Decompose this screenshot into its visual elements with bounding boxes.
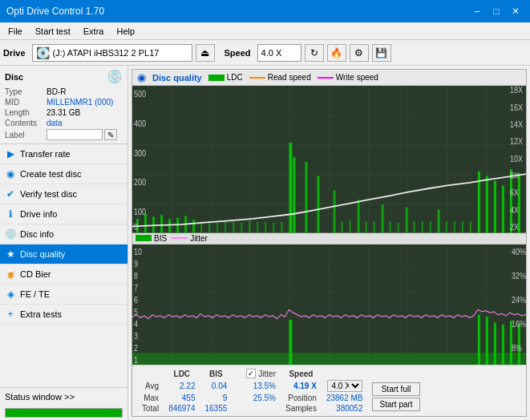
- legend-write: Write speed: [318, 73, 378, 82]
- svg-rect-51: [366, 221, 367, 232]
- svg-text:12X: 12X: [510, 137, 523, 147]
- ldc-color: [208, 75, 225, 81]
- maximize-button[interactable]: □: [488, 3, 504, 19]
- svg-text:8%: 8%: [512, 343, 522, 353]
- svg-rect-54: [398, 223, 399, 233]
- svg-text:4X: 4X: [510, 205, 519, 215]
- menu-bar: File Start test Extra Help: [0, 22, 530, 40]
- disc-contents-label: Contents: [5, 119, 47, 127]
- sidebar-item-label-disc-quality: Disc quality: [20, 249, 65, 259]
- sidebar-item-create-test-disc[interactable]: ◉ Create test disc: [0, 164, 127, 184]
- sidebar-progress-bar: [5, 408, 123, 418]
- drive-name: (J:) ATAPI iHBS312 2 PL17: [53, 48, 160, 58]
- eject-button[interactable]: ⏏: [196, 44, 215, 62]
- svg-text:16%: 16%: [512, 318, 526, 328]
- disc-length-label: Length: [5, 108, 47, 117]
- menu-file[interactable]: File: [3, 25, 27, 38]
- menu-extra[interactable]: Extra: [79, 25, 109, 38]
- bottom-chart: 10 9 8 7 6 5 4 3 2 1 40% 32% 24%: [132, 244, 526, 365]
- speed-value: 4.0 X: [261, 48, 282, 58]
- avg-jitter: 13.5%: [241, 379, 281, 393]
- refresh-button[interactable]: ↻: [305, 44, 324, 62]
- svg-text:100: 100: [134, 207, 146, 216]
- svg-rect-26: [317, 176, 319, 233]
- svg-rect-47: [273, 223, 274, 233]
- legend-jitter-label: Jitter: [190, 234, 208, 243]
- speed-select[interactable]: 4.0 X: [257, 44, 301, 62]
- start-full-button[interactable]: Start full: [372, 382, 419, 396]
- svg-rect-40: [216, 223, 218, 233]
- svg-rect-25: [305, 162, 307, 233]
- menu-start-test[interactable]: Start test: [30, 25, 75, 38]
- svg-text:2: 2: [134, 343, 138, 353]
- svg-rect-106: [486, 317, 488, 365]
- samples-label: Samples: [281, 403, 322, 414]
- cd-bier-icon: 🍺: [5, 269, 16, 280]
- svg-rect-20: [176, 218, 179, 233]
- sidebar-item-fe-te[interactable]: ◈ FE / TE: [0, 285, 127, 305]
- disc-panel-title: Disc: [5, 72, 23, 82]
- close-button[interactable]: ✕: [508, 3, 524, 19]
- settings-button[interactable]: ⚙: [350, 44, 369, 62]
- app-title: Opti Drive Control 1.70: [6, 6, 104, 17]
- start-buttons: Start full Start part: [372, 382, 419, 411]
- svg-rect-19: [168, 219, 171, 233]
- jitter-checkbox[interactable]: ✓: [246, 369, 256, 378]
- fe-te-icon: ◈: [5, 289, 16, 300]
- total-ldc: 846974: [164, 403, 200, 414]
- svg-text:16X: 16X: [510, 103, 523, 112]
- svg-text:18X: 18X: [510, 86, 523, 95]
- bis-chart-header: BIS Jitter: [132, 233, 526, 244]
- chart-legend: LDC Read speed Write speed: [208, 73, 378, 82]
- svg-rect-33: [486, 176, 488, 233]
- svg-rect-61: [470, 221, 471, 232]
- read-color: [249, 77, 265, 79]
- chart-container: ◉ Disc quality LDC Read speed Write spee…: [131, 69, 527, 417]
- top-chart: 500 400 300 200 100 0 18X 16X 14X 12X 10…: [132, 86, 526, 233]
- max-ldc: 455: [164, 393, 200, 403]
- svg-text:400: 400: [134, 119, 146, 128]
- label-edit-button[interactable]: ✎: [104, 129, 117, 140]
- burn-button[interactable]: 🔥: [327, 44, 346, 62]
- sidebar-item-transfer-rate[interactable]: ▶ Transfer rate: [0, 144, 127, 164]
- svg-rect-41: [225, 221, 226, 232]
- save-button[interactable]: 💾: [372, 44, 391, 62]
- svg-text:9: 9: [134, 258, 138, 268]
- svg-rect-45: [257, 221, 258, 232]
- legend-bis-label: BIS: [154, 234, 167, 243]
- minimize-button[interactable]: –: [469, 3, 485, 19]
- menu-help[interactable]: Help: [111, 25, 140, 38]
- position-value: 23862 MB: [322, 393, 368, 403]
- svg-rect-105: [478, 314, 480, 365]
- svg-text:0: 0: [134, 222, 138, 232]
- sidebar-item-disc-quality[interactable]: ★ Disc quality: [0, 244, 127, 265]
- disc-panel: Disc 💿 Type BD-R MID MILLENMR1 (000) Len…: [0, 66, 127, 144]
- speed-target-select[interactable]: 4.0 X: [327, 380, 362, 392]
- disc-label-label: Label: [5, 131, 47, 139]
- sidebar-item-verify-test-disc[interactable]: ✔ Verify test disc: [0, 184, 127, 204]
- start-part-button[interactable]: Start part: [372, 398, 419, 411]
- svg-text:2X: 2X: [510, 222, 519, 232]
- toolbar: Drive 💽 (J:) ATAPI iHBS312 2 PL17 ⏏ Spee…: [0, 40, 530, 66]
- legend-read-label: Read speed: [268, 73, 311, 82]
- sidebar-item-disc-info[interactable]: 💿 Disc info: [0, 224, 127, 244]
- disc-label-input[interactable]: [47, 129, 103, 140]
- svg-text:8: 8: [134, 270, 138, 280]
- svg-rect-48: [281, 221, 282, 232]
- svg-text:14X: 14X: [510, 119, 523, 129]
- sidebar-item-cd-bier[interactable]: 🍺 CD Bier: [0, 265, 127, 285]
- legend-bis: BIS: [136, 234, 167, 243]
- sidebar-item-drive-info[interactable]: ℹ Drive info: [0, 204, 127, 224]
- sidebar-item-extra-tests[interactable]: + Extra tests: [0, 305, 127, 325]
- sidebar-item-label-cd-bier: CD Bier: [20, 269, 51, 279]
- avg-ldc: 2.22: [164, 379, 200, 393]
- status-window-button[interactable]: Status window >>: [0, 388, 127, 406]
- position-label: Position: [281, 393, 322, 403]
- speed-label: Speed: [225, 48, 251, 58]
- drive-select[interactable]: 💽 (J:) ATAPI iHBS312 2 PL17: [32, 44, 192, 62]
- sidebar-item-label-transfer-rate: Transfer rate: [20, 149, 71, 159]
- bis-color: [136, 235, 152, 241]
- svg-rect-60: [462, 221, 463, 232]
- svg-rect-57: [430, 221, 431, 232]
- jitter-color: [172, 237, 188, 239]
